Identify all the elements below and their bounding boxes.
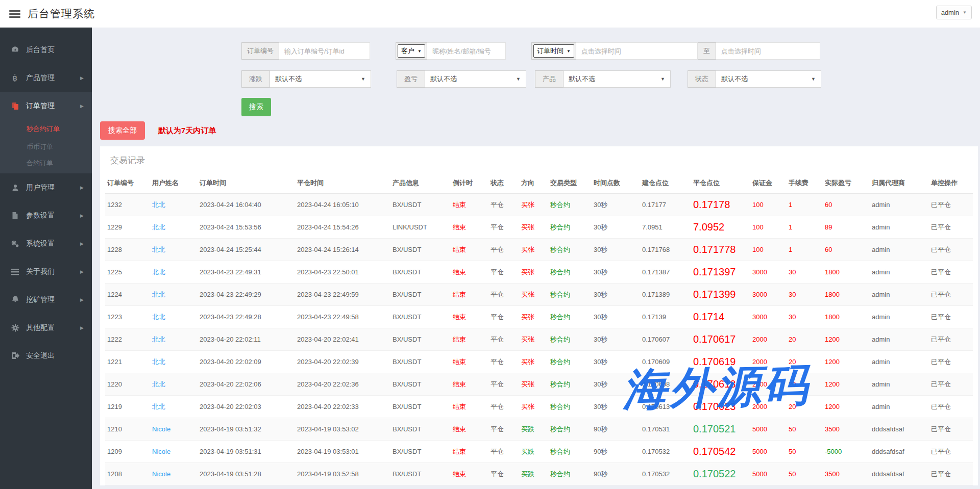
- cell-action: 已平仓: [929, 463, 973, 485]
- sidebar-item-other-config[interactable]: 其他配置 ▶: [0, 314, 92, 342]
- cell-profit: 60: [823, 194, 870, 216]
- bitcoin-icon: B: [11, 73, 19, 82]
- table-row: 1219北北2023-04-20 22:02:032023-04-20 22:0…: [105, 396, 973, 418]
- cell-action: 已平仓: [929, 239, 973, 261]
- cell-status: 平仓: [488, 328, 519, 351]
- updown-select[interactable]: 默认不选 ▼: [270, 70, 371, 88]
- cell-type: 秒合约: [548, 463, 592, 485]
- cell-status: 平仓: [488, 239, 519, 261]
- cell-product: BX/USDT: [390, 239, 451, 261]
- time-end-input[interactable]: [716, 42, 820, 60]
- cell-direction: 买张: [519, 328, 548, 351]
- user-link[interactable]: 北北: [152, 291, 165, 298]
- user-link[interactable]: 北北: [152, 246, 165, 253]
- cell-close_time: 2023-04-24 15:26:14: [295, 239, 390, 261]
- cell-status: 平仓: [488, 418, 519, 441]
- chevron-down-icon: ▼: [361, 76, 365, 82]
- cell-countdown: 结束: [451, 261, 488, 284]
- user-link[interactable]: 北北: [152, 201, 165, 209]
- cell-action: 已平仓: [929, 261, 973, 284]
- cell-agent: admin: [870, 194, 929, 216]
- cell-seconds: 30秒: [592, 284, 640, 306]
- cell-name: 北北: [150, 396, 198, 418]
- cell-agent: admin: [870, 216, 929, 239]
- cell-product: BX/USDT: [390, 351, 451, 373]
- order-no-input[interactable]: [279, 42, 370, 60]
- cell-profit: 1800: [823, 261, 870, 284]
- cell-id: 1229: [105, 216, 150, 239]
- user-link[interactable]: Nicole: [152, 448, 170, 455]
- sidebar-item-logout[interactable]: 安全退出: [0, 342, 92, 370]
- sidebar-item-products[interactable]: B 产品管理 ▶: [0, 64, 92, 92]
- cell-status: 平仓: [488, 441, 519, 463]
- status-select[interactable]: 默认不选 ▼: [716, 70, 821, 88]
- cell-open_price: 0.170607: [640, 328, 691, 351]
- cell-close_price: 0.170623: [691, 396, 750, 418]
- cell-fee: 1: [787, 216, 823, 239]
- sidebar-item-mining[interactable]: 挖矿管理 ▶: [0, 286, 92, 314]
- cell-name: 北北: [150, 284, 198, 306]
- sidebar-item-orders[interactable]: 订单管理 ▶: [0, 92, 92, 120]
- cell-open_price: 0.17177: [640, 194, 691, 216]
- cell-seconds: 30秒: [592, 261, 640, 284]
- user-link[interactable]: 北北: [152, 313, 165, 321]
- cell-margin: 5000: [750, 441, 787, 463]
- sidebar-subitem-seconds-orders[interactable]: 秒合约订单: [0, 120, 92, 138]
- filter-time: 订单时间 ▼ 至: [531, 42, 820, 60]
- cell-countdown: 结束: [451, 328, 488, 351]
- sidebar-item-system[interactable]: 系统设置 ▶: [0, 229, 92, 258]
- user-link[interactable]: 北北: [152, 268, 165, 276]
- sidebar: 后台首页 B 产品管理 ▶ 订单管理 ▶ 秒合约订单 币币订单 合约订单: [0, 28, 92, 489]
- order-time-select[interactable]: 订单时间 ▼: [533, 44, 574, 58]
- cell-type: 秒合约: [548, 328, 592, 351]
- time-start-input[interactable]: [576, 42, 698, 60]
- user-link[interactable]: 北北: [152, 403, 165, 410]
- profit-select[interactable]: 默认不选 ▼: [425, 70, 526, 88]
- sidebar-item-users[interactable]: 用户管理 ▶: [0, 173, 92, 201]
- sidebar-item-home[interactable]: 后台首页: [0, 36, 92, 64]
- user-dropdown[interactable]: admin ▼: [936, 6, 972, 19]
- cell-open_time: 2023-04-23 22:49:29: [198, 284, 295, 306]
- cell-action: 已平仓: [929, 351, 973, 373]
- cell-agent: admin: [870, 239, 929, 261]
- cell-open_price: 0.170609: [640, 351, 691, 373]
- cell-countdown: 结束: [451, 306, 488, 328]
- product-select[interactable]: 默认不选 ▼: [564, 70, 671, 88]
- sidebar-subitem-spot-orders[interactable]: 币币订单: [0, 138, 92, 156]
- cell-seconds: 30秒: [592, 194, 640, 216]
- user-link[interactable]: 北北: [152, 223, 165, 231]
- cell-close_time: 2023-04-23 22:49:58: [295, 306, 390, 328]
- sidebar-item-params[interactable]: 参数设置 ▶: [0, 201, 92, 229]
- customer-input[interactable]: [427, 42, 506, 60]
- user-link[interactable]: 北北: [152, 336, 165, 343]
- chevron-right-icon: ▶: [80, 325, 84, 330]
- search-button[interactable]: 搜索: [241, 98, 271, 116]
- column-header: 倒计时: [451, 173, 488, 194]
- user-link[interactable]: Nicole: [152, 425, 170, 433]
- column-header: 时间点数: [592, 173, 640, 194]
- cell-open_price: 0.171387: [640, 261, 691, 284]
- sidebar-subitem-contract-orders[interactable]: 合约订单: [0, 156, 92, 173]
- cell-seconds: 90秒: [592, 463, 640, 485]
- cell-direction: 买张: [519, 373, 548, 396]
- menu-toggle-icon[interactable]: [9, 9, 20, 19]
- cell-fee: 20: [787, 373, 823, 396]
- user-link[interactable]: 北北: [152, 358, 165, 366]
- column-header: 平仓点位: [691, 173, 750, 194]
- user-link[interactable]: 北北: [152, 380, 165, 388]
- cell-margin: 2000: [750, 351, 787, 373]
- chevron-right-icon: ▶: [80, 185, 84, 190]
- cell-fee: 50: [787, 418, 823, 441]
- cell-open_price: 7.0951: [640, 216, 691, 239]
- user-link[interactable]: Nicole: [152, 470, 170, 478]
- sidebar-item-about[interactable]: 关于我们 ▶: [0, 258, 92, 286]
- chevron-right-icon: ▶: [80, 213, 84, 218]
- top-header: 后台管理系统 admin ▼: [0, 0, 980, 28]
- cell-close_price: 0.170618: [691, 373, 750, 396]
- cell-countdown: 结束: [451, 418, 488, 441]
- cell-profit: 1800: [823, 284, 870, 306]
- cell-open_price: 0.170532: [640, 441, 691, 463]
- search-all-button[interactable]: 搜索全部: [100, 121, 145, 140]
- chevron-right-icon: ▶: [80, 269, 84, 274]
- customer-select[interactable]: 客户 ▼: [398, 44, 425, 58]
